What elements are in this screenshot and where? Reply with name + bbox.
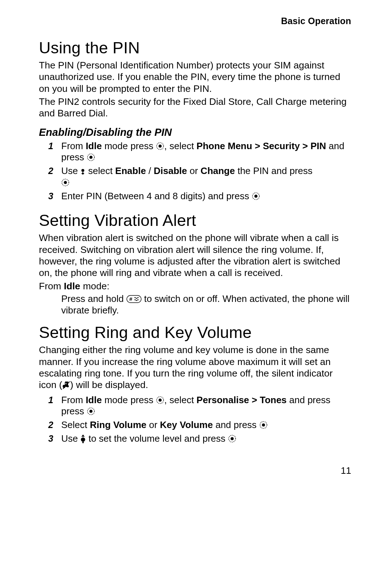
idle-label: Idle (86, 141, 102, 151)
svg-point-19 (81, 438, 85, 441)
step-text: From (61, 395, 86, 405)
step-number: 1 (48, 395, 53, 406)
menu-path: Phone Menu > Security > PIN (197, 141, 326, 151)
step-number: 2 (48, 419, 53, 431)
svg-point-8 (254, 195, 258, 198)
running-head: Basic Operation (39, 16, 351, 26)
heading-using-the-pin: Using the PIN (39, 39, 351, 57)
page-number: 11 (341, 465, 351, 476)
step-text: , select (164, 395, 197, 405)
nav-select-icon (87, 407, 95, 415)
step-text: Use (61, 165, 80, 176)
nav-updown-icon (80, 167, 85, 176)
step-text: Enter PIN (Between 4 and 8 digits) and p… (61, 191, 252, 201)
idle-label: Idle (86, 395, 102, 405)
step-item: 3 Use to set the volume level and press (61, 433, 351, 445)
text: mode: (80, 281, 109, 291)
heading-ring-key-volume: Setting Ring and Key Volume (39, 323, 351, 342)
manual-page: Basic Operation Using the PIN The PIN (P… (0, 0, 389, 588)
step-text: Use (61, 433, 80, 444)
subheading-enable-disable-pin: Enabling/Disabling the PIN (39, 126, 351, 138)
step-number: 3 (48, 191, 53, 202)
step-item: 2 Use select Enable / Disable or Change … (61, 165, 351, 188)
svg-point-16 (89, 410, 93, 413)
paragraph: The PIN2 controls security for the Fixed… (39, 96, 351, 119)
svg-point-3 (89, 156, 93, 159)
nav-select-icon (156, 142, 164, 150)
svg-point-4 (81, 169, 84, 172)
svg-point-22 (231, 437, 234, 440)
silent-indicator-icon (62, 381, 70, 389)
nav-select-icon (228, 435, 236, 443)
step-text: or (187, 165, 201, 176)
step-text: and press (287, 395, 330, 405)
disable-label: Disable (154, 165, 187, 176)
svg-text:#: # (129, 296, 133, 302)
nav-select-icon (252, 192, 260, 200)
step-text: / (146, 165, 154, 176)
nav-select-icon (259, 421, 268, 429)
step-text: Select (61, 419, 90, 430)
step-list: 1 From Idle mode press , select Phone Me… (39, 141, 351, 202)
paragraph: Changing either the ring volume and key … (39, 344, 351, 391)
svg-point-18 (262, 423, 265, 427)
hash-key-icon: # (126, 295, 142, 303)
nav-up-icon (80, 435, 86, 444)
step-number: 2 (48, 165, 53, 177)
step-text: and press (213, 419, 259, 430)
step-item: 1 From Idle mode press , select Personal… (61, 395, 351, 417)
svg-point-1 (158, 144, 162, 148)
ring-volume-label: Ring Volume (90, 419, 147, 430)
text: From (39, 281, 64, 291)
step-text: select (88, 165, 115, 176)
nav-select-icon (156, 396, 164, 404)
key-volume-label: Key Volume (160, 419, 213, 430)
step-text: mode press (102, 141, 156, 151)
step-text: mode press (102, 395, 156, 405)
paragraph: When vibration alert is switched on the … (39, 232, 351, 279)
step-item: 3 Enter PIN (Between 4 and 8 digits) and… (61, 191, 351, 202)
paragraph: From Idle mode: (39, 280, 351, 292)
svg-point-6 (64, 181, 67, 184)
svg-rect-9 (127, 295, 141, 303)
svg-point-20 (82, 442, 84, 443)
nav-select-icon (61, 178, 70, 187)
step-text: From (61, 141, 86, 151)
nav-select-icon (87, 153, 95, 161)
text: Press and hold (61, 293, 126, 304)
text: ) will be displayed. (70, 379, 148, 390)
step-item: 2 Select Ring Volume or Key Volume and p… (61, 419, 351, 431)
step-text: to set the volume level and press (89, 433, 228, 444)
step-list: 1 From Idle mode press , select Personal… (39, 395, 351, 445)
heading-vibration-alert: Setting Vibration Alert (39, 211, 351, 230)
enable-label: Enable (115, 165, 146, 176)
menu-path: Personalise > Tones (197, 395, 287, 405)
step-text: or (146, 419, 160, 430)
change-label: Change (201, 165, 235, 176)
step-text: the PIN and press (235, 165, 312, 176)
step-number: 3 (48, 433, 53, 444)
step-number: 1 (48, 141, 53, 152)
step-text: , select (164, 141, 197, 151)
svg-point-12 (67, 385, 69, 387)
svg-point-14 (158, 398, 162, 402)
paragraph: The PIN (Personal Identification Number)… (39, 59, 351, 94)
idle-label: Idle (64, 281, 80, 291)
step-item: 1 From Idle mode press , select Phone Me… (61, 141, 351, 163)
indented-instruction: Press and hold # to switch on or off. Wh… (61, 293, 351, 316)
